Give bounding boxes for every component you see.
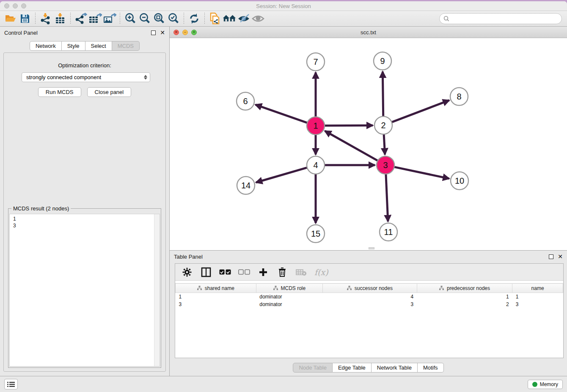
table-panel-title: Table Panel [174, 254, 549, 260]
show-panels-button[interactable] [4, 379, 18, 389]
graph-edge-1-2[interactable] [325, 125, 373, 126]
export-network-icon[interactable] [74, 12, 88, 25]
table-row[interactable]: 1dominator411 [176, 293, 563, 301]
fit-content-icon[interactable] [152, 12, 166, 25]
network-view-title: scc.txt [170, 29, 567, 36]
hide-selected-icon[interactable] [237, 12, 251, 25]
tab-select[interactable]: Select [85, 41, 112, 51]
table-cell[interactable]: 1 [512, 293, 563, 301]
network-view-titlebar[interactable]: ✕ − + scc.txt [170, 27, 567, 38]
clone-network-icon[interactable] [208, 12, 222, 25]
control-panel-title: Control Panel [4, 30, 151, 36]
table-cell[interactable]: 3 [323, 301, 417, 308]
function-builder-icon[interactable]: f(x) [314, 268, 328, 277]
add-column-icon[interactable] [257, 266, 269, 278]
zoom-out-icon[interactable] [138, 12, 152, 25]
graph-edge-2-9[interactable] [383, 72, 383, 116]
network-maximize-icon[interactable]: + [191, 30, 197, 35]
graph-node-9[interactable]: 9 [374, 52, 391, 70]
graph-node-7[interactable]: 7 [307, 53, 325, 71]
mcds-panel: Optimization criterion: strongly connect… [3, 52, 166, 372]
export-image-icon[interactable] [102, 12, 117, 25]
graph-node-8[interactable]: 8 [450, 88, 468, 105]
table-cell[interactable]: 4 [323, 293, 417, 301]
refresh-icon[interactable] [187, 12, 201, 25]
float-table-panel-icon[interactable] [549, 254, 553, 259]
zoom-selected-icon[interactable] [166, 12, 181, 25]
graph-node-3[interactable]: 3 [377, 156, 394, 174]
graph-edge-3-1[interactable] [325, 131, 378, 160]
graph-node-2[interactable]: 2 [374, 116, 392, 134]
close-panel-button[interactable]: Close panel [87, 87, 132, 97]
node-table[interactable]: shared nameMCDS rolesuccessor nodesprede… [175, 283, 563, 308]
tab-network-table[interactable]: Network Table [372, 363, 418, 373]
column-header[interactable]: MCDS role [256, 284, 322, 293]
column-header[interactable]: name [512, 284, 563, 293]
tab-style[interactable]: Style [62, 41, 85, 51]
column-header[interactable]: predecessor nodes [417, 284, 512, 293]
column-header[interactable]: successor nodes [323, 284, 417, 293]
graph-edge-4-14[interactable] [256, 168, 307, 182]
close-table-panel-icon[interactable]: ✕ [558, 254, 563, 259]
graph-edge-2-8[interactable] [392, 100, 449, 122]
graph-node-4[interactable]: 4 [307, 156, 325, 174]
table-cell[interactable]: dominator [256, 301, 322, 308]
graph-node-1[interactable]: 1 [307, 117, 325, 135]
table-cell[interactable]: 1 [176, 293, 256, 301]
table-cell[interactable]: 1 [417, 293, 512, 301]
import-table-icon[interactable] [53, 12, 67, 25]
mcds-result-list[interactable]: 1 3 [9, 214, 160, 367]
graph-node-6[interactable]: 6 [237, 92, 254, 110]
float-panel-icon[interactable] [151, 30, 156, 35]
graph-node-15[interactable]: 15 [307, 225, 325, 243]
import-network-icon[interactable] [39, 12, 53, 25]
network-canvas[interactable]: 7968124314101511 [170, 38, 567, 250]
export-table-icon[interactable] [88, 12, 102, 25]
graph-edge-2-3[interactable] [384, 134, 385, 155]
delete-table-icon[interactable] [295, 266, 307, 278]
split-columns-icon[interactable] [200, 266, 212, 278]
tab-mcds[interactable]: MCDS [112, 41, 140, 51]
graph-edge-1-6[interactable] [256, 105, 308, 123]
graph-node-14[interactable]: 14 [237, 177, 255, 194]
search-input[interactable] [451, 16, 561, 22]
table-row[interactable]: 3dominator323 [176, 301, 563, 308]
result-item: 3 [13, 222, 160, 229]
memory-button[interactable]: Memory [528, 380, 563, 389]
save-session-icon[interactable] [18, 12, 32, 25]
delete-columns-icon[interactable] [276, 266, 288, 278]
criterion-select[interactable]: strongly connected component [22, 72, 150, 82]
graph-node-11[interactable]: 11 [380, 223, 397, 241]
tab-motifs[interactable]: Motifs [418, 363, 444, 373]
open-session-icon[interactable] [3, 12, 18, 25]
show-all-icon[interactable] [251, 12, 265, 25]
select-all-columns-icon[interactable] [219, 266, 231, 278]
column-header[interactable]: shared name [176, 284, 256, 293]
table-cell[interactable]: 3 [512, 301, 563, 308]
graph-edge-3-11[interactable] [386, 174, 388, 221]
list-icon [7, 381, 15, 387]
svg-text:15: 15 [311, 229, 320, 238]
main-toolbar [0, 11, 567, 27]
graph-edge-3-10[interactable] [394, 167, 449, 178]
home-icon[interactable] [222, 12, 237, 25]
result-scrollbar[interactable] [154, 214, 160, 366]
table-cell[interactable]: 3 [176, 301, 256, 308]
resize-grip[interactable] [369, 247, 374, 249]
tab-edge-table[interactable]: Edge Table [333, 363, 372, 373]
tab-network[interactable]: Network [30, 41, 62, 51]
graph-node-10[interactable]: 10 [451, 172, 468, 190]
tab-node-table[interactable]: Node Table [293, 363, 333, 373]
network-minimize-icon[interactable]: − [182, 30, 188, 35]
network-close-icon[interactable]: ✕ [173, 30, 179, 35]
search-field[interactable] [439, 13, 562, 24]
svg-text:4: 4 [313, 160, 318, 170]
close-panel-icon[interactable]: ✕ [160, 30, 165, 35]
run-mcds-button[interactable]: Run MCDS [38, 87, 81, 97]
table-cell[interactable]: 2 [417, 301, 512, 308]
table-cell[interactable]: dominator [256, 293, 322, 301]
unselect-all-columns-icon[interactable] [238, 266, 250, 278]
zoom-in-icon[interactable] [123, 12, 138, 25]
control-panel-tabs: Network Style Select MCDS [0, 41, 169, 51]
gear-icon[interactable] [181, 266, 193, 278]
